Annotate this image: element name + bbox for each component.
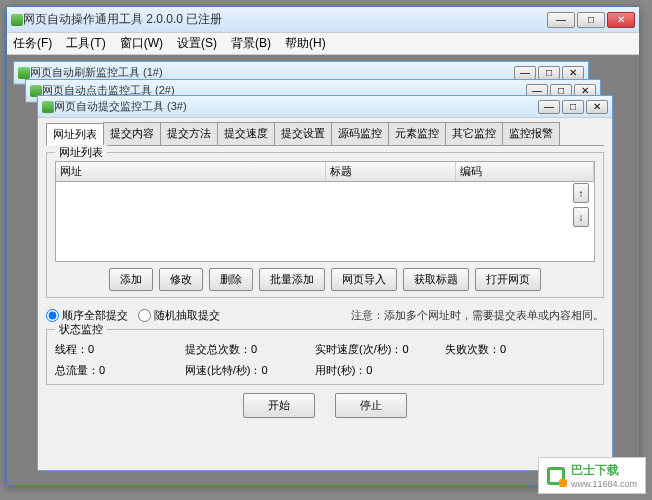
watermark-url: www.11684.com: [571, 479, 637, 489]
child3-title: 网页自动提交监控工具 (3#): [54, 99, 538, 114]
speed-label: 实时速度(次/秒)：: [315, 343, 402, 355]
traffic-label: 总流量：: [55, 364, 99, 376]
status-group-title: 状态监控: [55, 322, 107, 337]
status-group: 状态监控 线程：0 提交总次数：0 实时速度(次/秒)：0 失败次数：0 总流量…: [46, 329, 604, 385]
net-value: 0: [261, 364, 267, 376]
child-window-3: 网页自动提交监控工具 (3#) — □ ✕ 网址列表 提交内容 提交方法 提交速…: [37, 95, 613, 471]
child3-minimize[interactable]: —: [538, 100, 560, 114]
menu-tool[interactable]: 工具(T): [66, 35, 105, 52]
total-label: 提交总次数：: [185, 343, 251, 355]
watermark: 巴士下载 www.11684.com: [538, 457, 646, 494]
list-header: 网址 标题 编码: [55, 161, 595, 182]
tab-source[interactable]: 源码监控: [331, 122, 389, 145]
tab-other[interactable]: 其它监控: [445, 122, 503, 145]
menu-window[interactable]: 窗口(W): [120, 35, 163, 52]
col-url[interactable]: 网址: [56, 162, 326, 181]
minimize-button[interactable]: —: [547, 12, 575, 28]
watermark-icon: [547, 467, 565, 485]
import-button[interactable]: 网页导入: [331, 268, 397, 291]
child1-maximize[interactable]: □: [538, 66, 560, 80]
move-up-button[interactable]: ↑: [573, 183, 589, 203]
col-title[interactable]: 标题: [326, 162, 456, 181]
tab-content[interactable]: 提交内容: [103, 122, 161, 145]
net-label: 网速(比特/秒)：: [185, 364, 261, 376]
child3-close[interactable]: ✕: [586, 100, 608, 114]
tab-settings[interactable]: 提交设置: [274, 122, 332, 145]
edit-button[interactable]: 修改: [159, 268, 203, 291]
fail-label: 失败次数：: [445, 343, 500, 355]
move-down-button[interactable]: ↓: [573, 207, 589, 227]
maximize-button[interactable]: □: [577, 12, 605, 28]
tab-element[interactable]: 元素监控: [388, 122, 446, 145]
main-titlebar[interactable]: 网页自动操作通用工具 2.0.0.0 已注册 — □ ✕: [7, 7, 639, 33]
tab-urllist[interactable]: 网址列表: [46, 123, 104, 146]
radio-random-label: 随机抽取提交: [154, 308, 220, 323]
traffic-value: 0: [99, 364, 105, 376]
menubar: 任务(F) 工具(T) 窗口(W) 设置(S) 背景(B) 帮助(H): [7, 33, 639, 55]
submit-mode-row: 顺序全部提交 随机抽取提交 注意：添加多个网址时，需要提交表单或内容相同。: [46, 308, 604, 323]
start-button[interactable]: 开始: [243, 393, 315, 418]
close-button[interactable]: ✕: [607, 12, 635, 28]
watermark-brand: 巴士下载: [571, 462, 637, 479]
get-title-button[interactable]: 获取标题: [403, 268, 469, 291]
child1-icon: [18, 67, 30, 79]
app-icon: [11, 14, 23, 26]
tab-alarm[interactable]: 监控报警: [502, 122, 560, 145]
batch-add-button[interactable]: 批量添加: [259, 268, 325, 291]
note-text: 注意：添加多个网址时，需要提交表单或内容相同。: [351, 308, 604, 323]
fail-value: 0: [500, 343, 506, 355]
stop-button[interactable]: 停止: [335, 393, 407, 418]
child3-maximize[interactable]: □: [562, 100, 584, 114]
add-button[interactable]: 添加: [109, 268, 153, 291]
menu-task[interactable]: 任务(F): [13, 35, 52, 52]
radio-sequential-label: 顺序全部提交: [62, 308, 128, 323]
radio-sequential[interactable]: 顺序全部提交: [46, 308, 128, 323]
tab-speed[interactable]: 提交速度: [217, 122, 275, 145]
child3-icon: [42, 101, 54, 113]
col-enc[interactable]: 编码: [456, 162, 594, 181]
child1-title: 网页自动刷新监控工具 (1#): [30, 65, 514, 80]
delete-button[interactable]: 删除: [209, 268, 253, 291]
url-list-group-title: 网址列表: [55, 145, 107, 160]
open-url-button[interactable]: 打开网页: [475, 268, 541, 291]
main-window: 网页自动操作通用工具 2.0.0.0 已注册 — □ ✕ 任务(F) 工具(T)…: [6, 6, 640, 486]
tab-bar: 网址列表 提交内容 提交方法 提交速度 提交设置 源码监控 元素监控 其它监控 …: [46, 122, 604, 146]
menu-help[interactable]: 帮助(H): [285, 35, 326, 52]
child1-minimize[interactable]: —: [514, 66, 536, 80]
time-value: 0: [366, 364, 372, 376]
menu-settings[interactable]: 设置(S): [177, 35, 217, 52]
total-value: 0: [251, 343, 257, 355]
radio-random[interactable]: 随机抽取提交: [138, 308, 220, 323]
mdi-area: 网页自动刷新监控工具 (1#) — □ ✕ 网页自动点击监控工具 (2#) — …: [7, 55, 639, 485]
threads-label: 线程：: [55, 343, 88, 355]
main-title: 网页自动操作通用工具 2.0.0.0 已注册: [23, 11, 547, 28]
speed-value: 0: [402, 343, 408, 355]
child3-titlebar[interactable]: 网页自动提交监控工具 (3#) — □ ✕: [38, 96, 612, 118]
radio-sequential-input[interactable]: [46, 309, 59, 322]
list-body[interactable]: [55, 182, 595, 262]
url-list-group: 网址列表 网址 标题 编码 ↑ ↓ 添加 修改: [46, 152, 604, 298]
threads-value: 0: [88, 343, 94, 355]
menu-background[interactable]: 背景(B): [231, 35, 271, 52]
radio-random-input[interactable]: [138, 309, 151, 322]
time-label: 用时(秒)：: [315, 364, 366, 376]
child1-close[interactable]: ✕: [562, 66, 584, 80]
tab-method[interactable]: 提交方法: [160, 122, 218, 145]
